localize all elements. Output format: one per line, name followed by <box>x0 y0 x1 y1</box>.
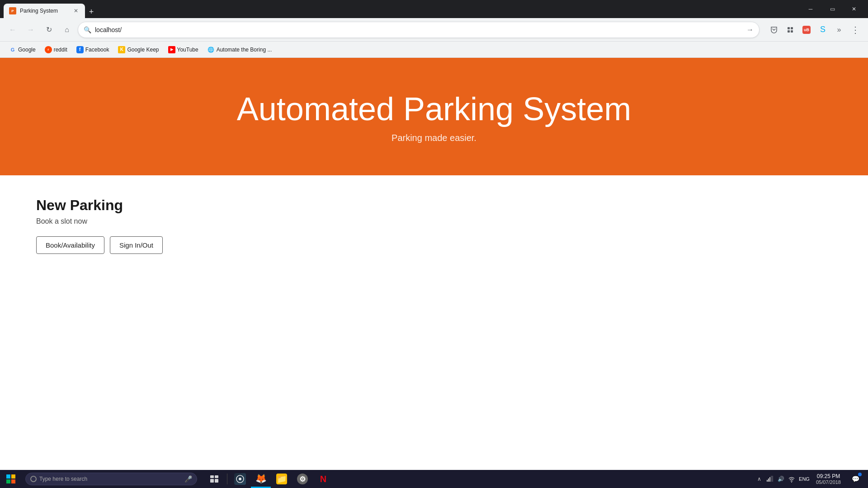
svg-rect-2 <box>788 30 790 33</box>
taskbar-search-icon <box>30 476 37 482</box>
bookmark-youtube-label: YouTube <box>177 47 198 53</box>
taskbar-search-text: Type here to search <box>39 476 87 482</box>
window-controls: ─ ▭ ✕ <box>800 2 864 16</box>
automate-favicon: 🌐 <box>208 46 215 53</box>
bookmark-reddit-label: reddit <box>54 47 67 53</box>
tab-close-button[interactable]: ✕ <box>72 7 80 14</box>
navigation-bar: ← → ↻ ⌂ 🔍 → uB S » ⋮ <box>0 18 868 42</box>
start-button[interactable] <box>0 470 22 488</box>
svg-rect-0 <box>788 27 790 29</box>
tray-volume-icon[interactable]: 🔊 <box>776 474 785 483</box>
svg-rect-4 <box>210 475 214 478</box>
main-content: New Parking Book a slot now Book/Availab… <box>0 175 868 276</box>
tray-language-label[interactable]: ENG <box>798 474 811 483</box>
tab-favicon: P <box>9 7 16 14</box>
hero-title: Automated Parking System <box>237 90 631 127</box>
bookmark-google[interactable]: G Google <box>5 44 39 55</box>
book-availability-button[interactable]: Book/Availability <box>36 236 104 254</box>
section-subtitle: Book a slot now <box>36 217 832 225</box>
taskbar-search[interactable]: Type here to search 🎤 <box>25 473 197 485</box>
reload-button[interactable]: ↻ <box>42 23 56 37</box>
task-view-button[interactable] <box>204 470 224 488</box>
close-button[interactable]: ✕ <box>844 2 864 16</box>
firefox-app[interactable]: 🦊 <box>251 470 271 488</box>
svg-rect-11 <box>768 479 769 482</box>
svg-point-9 <box>239 478 241 480</box>
bookmark-google-label: Google <box>18 47 36 53</box>
windows-logo <box>6 474 15 483</box>
bookmark-facebook-label: Facebook <box>85 47 109 53</box>
active-tab[interactable]: P Parking System ✕ <box>4 4 85 18</box>
tab-area: P Parking System ✕ + <box>4 0 797 18</box>
skype-icon[interactable]: S <box>816 23 830 37</box>
back-button[interactable]: ← <box>5 23 20 37</box>
microphone-icon[interactable]: 🎤 <box>184 475 192 483</box>
bookmark-youtube[interactable]: ▶ YouTube <box>165 44 202 55</box>
task-view-icon <box>209 474 220 484</box>
menu-button[interactable]: ⋮ <box>848 23 863 37</box>
svg-rect-7 <box>215 479 218 483</box>
browser-content: Automated Parking System Parking made ea… <box>0 58 868 470</box>
taskbar: Type here to search 🎤 <box>0 470 868 488</box>
notification-button[interactable]: 💬 <box>846 470 864 488</box>
containers-icon[interactable] <box>783 23 797 37</box>
taskbar-apps: 🦊 📁 ⚙ N <box>204 470 333 488</box>
tray-wifi-icon[interactable] <box>787 474 796 483</box>
hero-subtitle: Parking made easier. <box>392 133 476 143</box>
clock-date: 05/07/2018 <box>816 479 841 485</box>
toolbar-icons: uB S » ⋮ <box>767 23 863 37</box>
bookmark-keep[interactable]: K Google Keep <box>114 44 162 55</box>
hero-section: Automated Parking System Parking made ea… <box>0 58 868 175</box>
go-button[interactable]: → <box>746 26 754 34</box>
taskbar-divider-1 <box>227 474 227 484</box>
pocket-icon[interactable] <box>767 23 781 37</box>
steam-icon <box>234 473 246 485</box>
svg-rect-6 <box>210 479 214 483</box>
home-button[interactable]: ⌂ <box>60 23 74 37</box>
facebook-favicon: f <box>76 46 84 53</box>
maximize-button[interactable]: ▭ <box>822 2 843 16</box>
steam-app[interactable] <box>230 470 250 488</box>
tab-title: Parking System <box>20 8 69 14</box>
svg-rect-12 <box>769 477 770 482</box>
bookmark-facebook[interactable]: f Facebook <box>73 44 113 55</box>
forward-button[interactable]: → <box>24 23 38 37</box>
sign-in-out-button[interactable]: Sign In/Out <box>110 236 163 254</box>
settings-app[interactable]: ⚙ <box>292 470 312 488</box>
svg-rect-3 <box>791 30 793 33</box>
bookmark-reddit[interactable]: r reddit <box>41 44 71 55</box>
file-explorer-app[interactable]: 📁 <box>272 470 292 488</box>
extensions-button[interactable]: » <box>832 23 846 37</box>
ublock-logo: uB <box>802 26 811 34</box>
address-bar-search-icon: 🔍 <box>84 26 91 33</box>
svg-rect-5 <box>215 475 218 478</box>
notification-badge <box>858 473 862 476</box>
button-group: Book/Availability Sign In/Out <box>36 236 832 254</box>
section-title: New Parking <box>36 197 832 214</box>
bookmarks-bar: G Google r reddit f Facebook K Google Ke… <box>0 42 868 58</box>
title-bar: P Parking System ✕ + ─ ▭ ✕ <box>0 0 868 18</box>
system-tray: ∧ 🔊 ENG 09:25 PM 05/07/2018 � <box>751 470 868 488</box>
youtube-favicon: ▶ <box>168 46 175 53</box>
clock-time: 09:25 PM <box>817 473 840 479</box>
address-bar[interactable]: 🔍 → <box>78 22 760 38</box>
minimize-button[interactable]: ─ <box>800 2 821 16</box>
bookmark-keep-label: Google Keep <box>127 47 159 53</box>
netflix-app[interactable]: N <box>313 470 333 488</box>
svg-rect-14 <box>772 476 773 482</box>
new-tab-button[interactable]: + <box>85 5 98 18</box>
firefox-icon: 🦊 <box>255 473 266 484</box>
netflix-icon: N <box>318 474 329 484</box>
tray-network-icon[interactable] <box>765 474 774 483</box>
svg-rect-10 <box>767 480 768 482</box>
svg-rect-13 <box>771 476 772 482</box>
address-input[interactable] <box>95 26 743 33</box>
ublock-icon[interactable]: uB <box>799 23 814 37</box>
clock[interactable]: 09:25 PM 05/07/2018 <box>812 473 844 485</box>
bookmark-automate-label: Automate the Boring ... <box>217 47 272 53</box>
bookmark-automate[interactable]: 🌐 Automate the Boring ... <box>204 44 276 55</box>
file-explorer-icon: 📁 <box>276 474 287 484</box>
svg-point-15 <box>791 482 792 483</box>
tray-chevron[interactable]: ∧ <box>755 474 764 483</box>
google-favicon: G <box>9 46 16 53</box>
